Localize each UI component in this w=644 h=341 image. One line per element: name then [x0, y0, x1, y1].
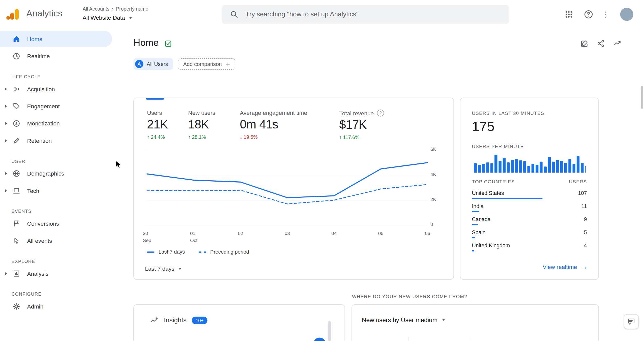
search-input[interactable] — [245, 10, 477, 19]
new-users-card: New users by User medium — [352, 304, 599, 341]
legend-solid-sample — [147, 251, 154, 253]
overflow-menu-button[interactable]: ⋮ — [600, 9, 612, 20]
insights-scrollbar[interactable] — [328, 321, 331, 341]
y-tick-label: 4K — [430, 172, 436, 177]
chevron-right-icon[interactable] — [2, 122, 10, 125]
new-users-card-title: New users by User medium — [362, 316, 437, 323]
sidebar-item-acquisition[interactable]: Acquisition — [0, 81, 112, 97]
insights-button[interactable] — [611, 38, 623, 49]
country-bar — [472, 211, 479, 212]
section-label: EVENTS — [12, 209, 115, 214]
minute-bar — [494, 155, 497, 173]
add-comparison-chip[interactable]: Add comparison + — [178, 58, 235, 70]
insights-icon — [150, 316, 159, 325]
sidebar-item-tech[interactable]: Tech — [0, 183, 112, 199]
engagement-icon — [12, 102, 21, 111]
retention-icon — [12, 137, 21, 145]
minute-bar — [478, 165, 481, 173]
minute-bar — [507, 162, 510, 173]
sidebar-section-main: Home Realtime — [0, 31, 115, 64]
global-search[interactable] — [222, 5, 509, 24]
sidebar-item-realtime[interactable]: Realtime — [0, 48, 112, 64]
plus-icon: + — [226, 60, 230, 67]
metric-new-users: New users 18K 28.1% — [188, 110, 215, 140]
sidebar-item-retention[interactable]: Retention — [0, 132, 112, 149]
all-users-chip[interactable]: A All Users — [133, 58, 173, 70]
sidebar-item-demographics[interactable]: Demographics — [0, 165, 112, 182]
gear-icon — [12, 302, 21, 311]
sidebar-item-label: Retention — [27, 138, 52, 144]
minute-bar — [503, 158, 506, 173]
y-axis-labels: 6K4K2K0 — [430, 150, 447, 225]
trending-icon — [613, 39, 622, 48]
country-bar — [472, 250, 474, 252]
apps-grid-button[interactable] — [563, 9, 575, 20]
page-scrollbar-thumb[interactable] — [641, 86, 643, 109]
flag-icon — [12, 219, 21, 228]
view-realtime-link[interactable]: View realtime → — [543, 264, 588, 270]
minute-bar — [527, 166, 530, 173]
metric-label: Total revenue ? — [339, 110, 384, 117]
breadcrumb[interactable]: All Accounts Property name — [82, 6, 148, 12]
minute-bar — [556, 160, 559, 173]
acquisition-icon — [12, 85, 21, 93]
date-range-label: Last 7 days — [145, 265, 174, 272]
chevron-down-icon — [129, 17, 132, 19]
metric-delta: 28.1% — [188, 134, 215, 140]
devices-icon — [12, 187, 21, 195]
minute-bar — [552, 162, 555, 173]
scrollbar-thumb[interactable] — [328, 321, 331, 341]
top-countries-header: TOP COUNTRIES — [472, 179, 515, 184]
feedback-button[interactable] — [624, 314, 639, 329]
users-30min-label: USERS IN LAST 30 MINUTES — [472, 111, 544, 116]
chevron-down-icon — [442, 319, 445, 321]
minute-bar — [499, 161, 501, 173]
sidebar-item-label: All events — [27, 237, 52, 244]
chevron-right-icon[interactable] — [2, 87, 10, 91]
insights-count-badge: 10+ — [192, 317, 207, 324]
country-name: United Kingdom — [472, 243, 510, 249]
avatar[interactable] — [620, 8, 633, 21]
overview-line-chart — [147, 150, 427, 225]
chevron-right-icon[interactable] — [2, 189, 10, 192]
chevron-right-icon[interactable] — [2, 272, 10, 275]
metric-value: 21K — [147, 118, 168, 131]
breadcrumb-all-accounts[interactable]: All Accounts — [82, 6, 109, 12]
main-content: Home A — [115, 29, 644, 341]
chat-icon — [627, 318, 635, 326]
metric-value: 0m 41s — [240, 118, 307, 131]
x-tick-label: 02 — [238, 230, 243, 237]
sidebar-item-label: Engagement — [27, 103, 60, 110]
country-users: 107 — [578, 190, 587, 196]
metric-value: $17K — [339, 118, 384, 132]
help-icon[interactable]: ? — [377, 110, 384, 117]
breadcrumb-property-name[interactable]: Property name — [116, 6, 148, 12]
home-icon — [12, 35, 21, 43]
sidebar-item-admin[interactable]: Admin — [0, 298, 112, 315]
chevron-right-icon[interactable] — [2, 105, 10, 108]
new-users-dimension-selector[interactable]: New users by User medium — [362, 316, 445, 323]
view-realtime-label: View realtime — [543, 264, 577, 270]
sidebar-item-monetization[interactable]: $ Monetization — [0, 115, 112, 132]
customize-report-button[interactable] — [579, 38, 590, 49]
help-button[interactable] — [583, 9, 594, 20]
sidebar-item-all-events[interactable]: All events — [0, 233, 112, 249]
table-column-divider — [470, 337, 470, 341]
minute-bar — [568, 159, 571, 173]
minute-bar — [548, 157, 551, 173]
sidebar-item-conversions[interactable]: Conversions — [0, 215, 112, 232]
analytics-logo-icon[interactable] — [6, 7, 20, 21]
sidebar-item-engagement[interactable]: Engagement — [0, 98, 112, 114]
chevron-right-icon[interactable] — [2, 172, 10, 175]
sidebar-item-home[interactable]: Home — [0, 31, 112, 47]
date-range-selector[interactable]: Last 7 days — [145, 265, 181, 272]
property-selector[interactable]: All Website Data — [82, 14, 132, 21]
share-button[interactable] — [595, 38, 607, 49]
sidebar-item-label: Home — [27, 36, 43, 42]
sidebar: Home Realtime LIFE CYCLE Acquisition — [0, 29, 115, 341]
metric-delta: 24.4% — [147, 134, 168, 140]
insight-action-chip[interactable] — [313, 338, 326, 341]
metric-delta: 19.5% — [240, 134, 307, 140]
chevron-right-icon[interactable] — [2, 139, 10, 142]
sidebar-item-analysis[interactable]: Analysis — [0, 265, 112, 282]
